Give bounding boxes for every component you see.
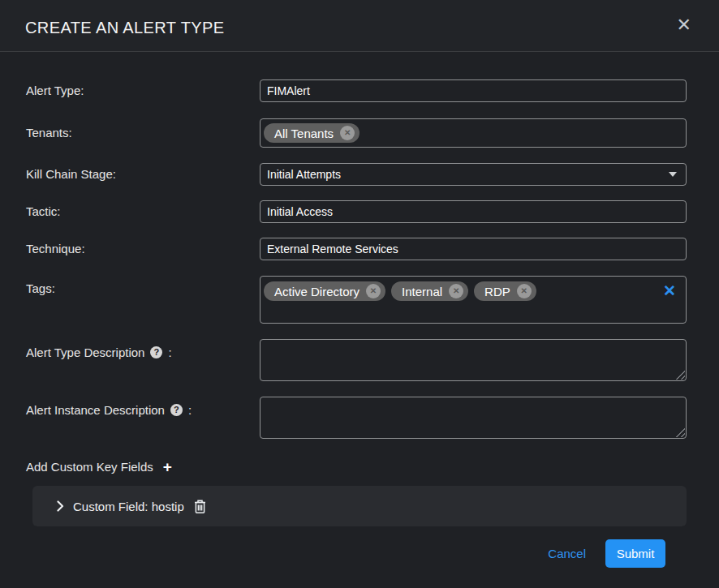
- help-icon[interactable]: ?: [170, 404, 183, 416]
- custom-field-panel[interactable]: Custom Field: hostip: [32, 486, 687, 526]
- add-custom-key-fields-row: Add Custom Key Fields +: [26, 460, 687, 474]
- help-icon[interactable]: ?: [150, 346, 162, 358]
- modal-footer: Cancel Submit: [26, 539, 687, 568]
- tag-chip: Internal ✕: [391, 281, 468, 301]
- alert-type-label: Alert Type:: [26, 79, 260, 102]
- tactic-input[interactable]: [260, 200, 687, 223]
- chevron-down-icon: [669, 172, 677, 177]
- trash-icon[interactable]: [193, 499, 207, 514]
- tenant-chip: All Tenants ✕: [264, 123, 360, 143]
- tenants-input[interactable]: All Tenants ✕: [260, 118, 687, 148]
- alert-type-row: Alert Type:: [26, 79, 687, 102]
- alert-type-input[interactable]: [260, 79, 687, 102]
- create-alert-type-modal: CREATE AN ALERT TYPE ✕ Alert Type: Tenan…: [0, 0, 719, 588]
- tenants-row: Tenants: All Tenants ✕: [26, 118, 687, 148]
- modal-title: CREATE AN ALERT TYPE: [25, 19, 225, 37]
- tenants-label: Tenants:: [26, 118, 260, 148]
- tenant-chip-label: All Tenants: [274, 127, 334, 140]
- tags-clear-icon[interactable]: ✕: [663, 283, 676, 298]
- kill-chain-stage-label: Kill Chain Stage:: [26, 163, 260, 186]
- tag-chip-label: Internal: [402, 285, 442, 298]
- close-icon[interactable]: ✕: [677, 16, 691, 34]
- tag-chip-remove-icon[interactable]: ✕: [449, 284, 463, 298]
- chevron-right-icon[interactable]: [57, 500, 64, 512]
- kill-chain-stage-value: Initial Attempts: [267, 168, 341, 181]
- add-custom-field-icon[interactable]: +: [163, 461, 172, 474]
- tag-chip-label: RDP: [484, 285, 510, 298]
- tag-chip: RDP ✕: [474, 281, 536, 301]
- alert-instance-description-row: Alert Instance Description ? :: [26, 397, 687, 439]
- technique-label: Technique:: [26, 238, 260, 260]
- alert-type-description-textarea[interactable]: [260, 339, 687, 381]
- tag-chip-remove-icon[interactable]: ✕: [517, 284, 532, 298]
- kill-chain-stage-row: Kill Chain Stage: Initial Attempts: [26, 163, 687, 186]
- kill-chain-stage-select[interactable]: Initial Attempts: [260, 163, 687, 186]
- tags-label: Tags:: [26, 276, 260, 295]
- tags-input[interactable]: Active Directory ✕ Internal ✕ RDP ✕ ✕: [260, 276, 687, 324]
- tag-chip-label: Active Directory: [274, 285, 360, 298]
- technique-row: Technique:: [26, 238, 687, 260]
- modal-header: CREATE AN ALERT TYPE ✕: [0, 0, 719, 52]
- tenant-chip-remove-icon[interactable]: ✕: [340, 126, 355, 140]
- alert-type-description-label: Alert Type Description ? :: [26, 339, 260, 359]
- tactic-label: Tactic:: [26, 200, 260, 223]
- submit-button[interactable]: Submit: [605, 539, 665, 568]
- cancel-button[interactable]: Cancel: [548, 547, 586, 560]
- technique-input[interactable]: [260, 238, 687, 260]
- tags-row: Tags: Active Directory ✕ Internal ✕ RDP …: [26, 276, 687, 324]
- add-custom-key-fields-label: Add Custom Key Fields: [26, 460, 153, 474]
- tag-chip: Active Directory ✕: [264, 281, 385, 301]
- tag-chip-remove-icon[interactable]: ✕: [366, 284, 381, 298]
- alert-type-description-row: Alert Type Description ? :: [26, 339, 687, 381]
- tactic-row: Tactic:: [26, 200, 687, 223]
- custom-field-label: Custom Field: hostip: [73, 500, 184, 513]
- alert-instance-description-textarea[interactable]: [260, 397, 687, 439]
- modal-body: Alert Type: Tenants: All Tenants ✕ Kill …: [0, 52, 719, 588]
- alert-instance-description-label: Alert Instance Description ? :: [26, 397, 260, 417]
